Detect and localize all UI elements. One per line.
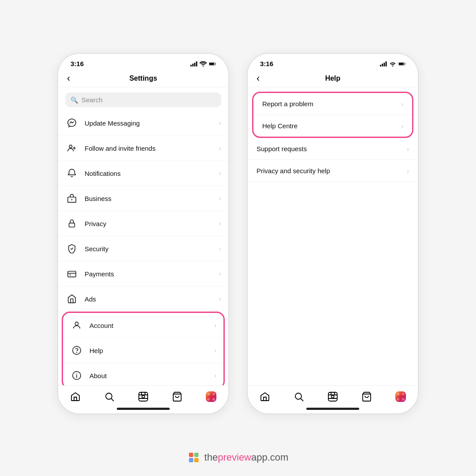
help-highlighted-group: Report a problem › Help Centre › bbox=[252, 92, 413, 138]
svg-rect-6 bbox=[209, 63, 214, 64]
bottom-nav-left bbox=[58, 385, 228, 406]
wifi-icon bbox=[200, 61, 207, 67]
nav-reels-right[interactable] bbox=[324, 390, 342, 403]
messenger-icon bbox=[65, 116, 78, 130]
nav-search-right[interactable] bbox=[290, 390, 308, 403]
follow-icon bbox=[65, 141, 78, 155]
settings-content: 🔍 Search Update Messaging › bbox=[58, 87, 228, 385]
follow-label: Follow and invite friends bbox=[85, 145, 219, 152]
logo-q4 bbox=[194, 458, 199, 462]
signal-icon-right bbox=[380, 61, 387, 67]
svg-point-23 bbox=[142, 395, 145, 398]
watermark-logo bbox=[188, 451, 200, 464]
help-header: ‹ Help bbox=[248, 71, 418, 87]
right-phone: 3:16 ‹ Help bbox=[247, 53, 419, 414]
svg-point-7 bbox=[69, 145, 72, 148]
svg-rect-52 bbox=[402, 393, 405, 395]
settings-item-security[interactable]: Security › bbox=[58, 236, 228, 261]
chevron-business: › bbox=[219, 195, 221, 202]
account-icon bbox=[70, 319, 83, 332]
svg-rect-31 bbox=[212, 393, 215, 395]
svg-point-16 bbox=[77, 352, 77, 353]
phones-container: 3:16 bbox=[57, 53, 419, 414]
wifi-icon-right bbox=[389, 61, 396, 67]
settings-item-update-messaging[interactable]: Update Messaging › bbox=[58, 111, 228, 136]
chevron-account: › bbox=[214, 322, 216, 329]
svg-point-41 bbox=[295, 393, 301, 399]
nav-home-right[interactable] bbox=[256, 390, 274, 403]
help-item-support[interactable]: Support requests › bbox=[248, 138, 418, 160]
nav-profile-left[interactable] bbox=[202, 390, 220, 403]
svg-rect-54 bbox=[402, 398, 405, 401]
settings-item-account[interactable]: Account › bbox=[63, 313, 223, 338]
payments-icon bbox=[65, 267, 78, 280]
chevron-support: › bbox=[407, 145, 409, 152]
battery-icon-right bbox=[398, 61, 405, 67]
nav-shop-left[interactable] bbox=[168, 390, 186, 403]
chevron-privacy-security: › bbox=[407, 167, 409, 175]
status-bar-right: 3:16 bbox=[248, 54, 418, 71]
nav-shop-right[interactable] bbox=[358, 390, 376, 403]
svg-rect-32 bbox=[207, 398, 210, 401]
search-placeholder: Search bbox=[82, 96, 103, 104]
help-item-privacy-security[interactable]: Privacy and security help › bbox=[248, 160, 418, 182]
settings-item-ads[interactable]: Ads › bbox=[58, 286, 228, 312]
nav-search-left[interactable] bbox=[100, 390, 118, 403]
status-bar-left: 3:16 bbox=[58, 54, 228, 71]
svg-point-14 bbox=[75, 322, 78, 325]
time-right: 3:16 bbox=[260, 60, 273, 67]
privacy-security-label: Privacy and security help bbox=[257, 167, 407, 175]
settings-title: Settings bbox=[129, 74, 157, 82]
home-indicator-left bbox=[117, 408, 170, 410]
help-content: Report a problem › Help Centre › Support… bbox=[248, 87, 418, 385]
svg-rect-3 bbox=[196, 61, 197, 66]
business-icon bbox=[65, 192, 78, 205]
help-item-centre[interactable]: Help Centre › bbox=[253, 115, 412, 137]
logo-q3 bbox=[189, 458, 193, 462]
help-item-report[interactable]: Report a problem › bbox=[253, 93, 412, 115]
svg-rect-22 bbox=[139, 392, 148, 401]
svg-line-42 bbox=[301, 399, 303, 402]
svg-rect-53 bbox=[397, 398, 399, 401]
update-messaging-label: Update Messaging bbox=[85, 119, 219, 127]
time-left: 3:16 bbox=[71, 60, 84, 67]
home-indicator-right bbox=[306, 408, 359, 410]
nav-home-left[interactable] bbox=[67, 390, 84, 403]
settings-item-notifications[interactable]: Notifications › bbox=[58, 161, 228, 186]
chevron-privacy: › bbox=[219, 220, 221, 227]
chevron-help-centre: › bbox=[401, 123, 403, 130]
svg-line-21 bbox=[111, 399, 114, 402]
settings-item-follow[interactable]: Follow and invite friends › bbox=[58, 136, 228, 161]
help-other-items: Support requests › Privacy and security … bbox=[248, 138, 418, 182]
chevron-notifications: › bbox=[219, 170, 221, 177]
settings-item-business[interactable]: Business › bbox=[58, 186, 228, 211]
settings-item-privacy[interactable]: Privacy › bbox=[58, 211, 228, 236]
back-button-left[interactable]: ‹ bbox=[67, 73, 70, 84]
back-button-right[interactable]: ‹ bbox=[257, 73, 260, 84]
business-label: Business bbox=[85, 195, 219, 202]
notifications-label: Notifications bbox=[85, 170, 219, 177]
help-centre-label: Help Centre bbox=[262, 122, 401, 130]
svg-rect-34 bbox=[380, 64, 381, 66]
about-icon bbox=[70, 369, 83, 382]
highlighted-settings-group: Account › Help › bbox=[62, 312, 225, 385]
svg-point-44 bbox=[331, 395, 334, 398]
chevron-report: › bbox=[401, 100, 403, 108]
svg-rect-37 bbox=[386, 61, 387, 66]
chevron-ads: › bbox=[219, 295, 221, 302]
svg-rect-33 bbox=[212, 398, 215, 401]
nav-profile-right[interactable] bbox=[392, 390, 409, 403]
settings-item-payments[interactable]: Payments › bbox=[58, 261, 228, 286]
security-label: Security bbox=[85, 245, 219, 253]
status-icons-right bbox=[380, 61, 405, 67]
svg-rect-43 bbox=[328, 392, 337, 401]
settings-item-about[interactable]: About › bbox=[63, 363, 223, 385]
nav-reels-left[interactable] bbox=[134, 390, 152, 403]
battery-icon bbox=[209, 61, 216, 67]
search-bar[interactable]: 🔍 Search bbox=[65, 93, 221, 107]
svg-rect-30 bbox=[207, 393, 210, 395]
support-label: Support requests bbox=[257, 145, 407, 152]
settings-item-help[interactable]: Help › bbox=[63, 338, 223, 363]
ads-icon bbox=[65, 292, 78, 305]
bottom-nav-right bbox=[248, 385, 418, 406]
